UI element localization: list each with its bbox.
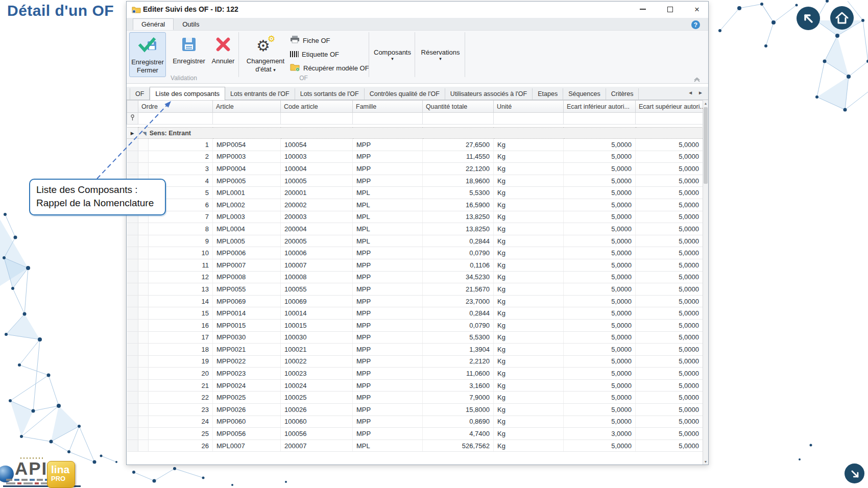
cell-ecart-sup[interactable]: 5,0000 xyxy=(636,163,703,175)
ribbon-tab[interactable]: Général xyxy=(133,18,174,30)
cell-ecart-inf[interactable]: 5,0000 xyxy=(564,259,636,271)
cell-quantite[interactable]: 0,2844 xyxy=(423,235,494,247)
state-change-button[interactable]: ⚙ ⚙ Changementd'état ▾ xyxy=(244,32,287,77)
scrollbar-thumb[interactable] xyxy=(704,107,708,184)
cell-famille[interactable]: MPP xyxy=(353,404,423,416)
cell-ecart-inf[interactable]: 5,0000 xyxy=(564,271,636,283)
cell-ordre[interactable]: 11 xyxy=(149,259,213,271)
table-row[interactable]: 12 MPP0008 100008 MPP 34,5230 Kg 5,0000 … xyxy=(127,271,703,283)
cell-ecart-sup[interactable]: 5,0000 xyxy=(636,139,703,151)
cell-unite[interactable]: Kg xyxy=(494,211,564,223)
document-tab[interactable]: Lots entrants de l'OF xyxy=(225,88,295,100)
table-row[interactable]: 1 MPP0054 100054 MPP 27,6500 Kg 5,0000 5… xyxy=(127,139,703,151)
table-row[interactable]: 20 MPP0023 100023 MPP 11,0600 Kg 5,0000 … xyxy=(127,368,703,380)
cell-ecart-inf[interactable]: 5,0000 xyxy=(564,440,636,452)
cell-article[interactable]: MPL0001 xyxy=(213,187,281,199)
cell-ecart-sup[interactable]: 5,0000 xyxy=(636,319,703,331)
cell-quantite[interactable]: 0,8690 xyxy=(423,416,494,428)
nav-home-button[interactable] xyxy=(830,6,854,30)
cell-ecart-inf[interactable]: 5,0000 xyxy=(564,355,636,368)
cell-ecart-inf[interactable]: 5,0000 xyxy=(564,319,636,331)
cell-famille[interactable]: MPP xyxy=(353,283,423,296)
cell-quantite[interactable]: 5,5300 xyxy=(423,331,494,344)
cell-quantite[interactable]: 23,7000 xyxy=(423,295,494,307)
cell-ordre[interactable]: 13 xyxy=(149,283,213,296)
cell-ecart-inf[interactable]: 5,0000 xyxy=(564,283,636,296)
cell-quantite[interactable]: 1,3904 xyxy=(423,344,494,356)
cell-famille[interactable]: MPL xyxy=(353,187,423,199)
help-button[interactable]: ? xyxy=(691,20,700,29)
filter-cell[interactable] xyxy=(423,113,494,125)
cell-article[interactable]: MPP0021 xyxy=(213,344,281,356)
cell-ecart-sup[interactable]: 5,0000 xyxy=(636,235,703,247)
cell-unite[interactable]: Kg xyxy=(494,223,564,235)
document-tab[interactable]: Contrôles qualité de l'OF xyxy=(365,88,445,100)
cell-code-article[interactable]: 100055 xyxy=(281,283,353,296)
cell-quantite[interactable]: 27,6500 xyxy=(423,139,494,151)
cell-code-article[interactable]: 100014 xyxy=(281,307,353,320)
cell-ecart-inf[interactable]: 5,0000 xyxy=(564,163,636,175)
cell-code-article[interactable]: 200005 xyxy=(281,235,353,247)
cell-ordre[interactable]: 25 xyxy=(149,428,213,440)
cell-unite[interactable]: Kg xyxy=(494,344,564,356)
cell-code-article[interactable]: 100060 xyxy=(281,416,353,428)
cell-article[interactable]: MPP0069 xyxy=(213,295,281,307)
cell-quantite[interactable]: 0,2844 xyxy=(423,307,494,320)
cell-article[interactable]: MPP0056 xyxy=(213,428,281,440)
cell-ecart-sup[interactable]: 5,0000 xyxy=(636,379,703,392)
cell-unite[interactable]: Kg xyxy=(494,404,564,416)
cell-ordre[interactable]: 23 xyxy=(149,404,213,416)
cell-ecart-sup[interactable]: 5,0000 xyxy=(636,259,703,271)
cell-ecart-sup[interactable]: 5,0000 xyxy=(636,344,703,356)
cell-ecart-sup[interactable]: 5,0000 xyxy=(636,223,703,235)
cell-article[interactable]: MPL0007 xyxy=(213,440,281,452)
cell-code-article[interactable]: 100025 xyxy=(281,392,353,404)
cell-article[interactable]: MPP0030 xyxy=(213,331,281,344)
cell-article[interactable]: MPP0025 xyxy=(213,392,281,404)
cell-ordre[interactable]: 12 xyxy=(149,271,213,283)
cell-article[interactable]: MPP0024 xyxy=(213,379,281,392)
cell-quantite[interactable]: 0,1106 xyxy=(423,259,494,271)
document-tab[interactable]: Utilisateurs associés à l'OF xyxy=(445,88,533,100)
modele-of-button[interactable]: Récupérer modèle OF xyxy=(290,62,369,74)
cell-ordre[interactable]: 24 xyxy=(149,416,213,428)
cell-code-article[interactable]: 100026 xyxy=(281,404,353,416)
cell-ordre[interactable]: 22 xyxy=(149,392,213,404)
fiche-of-button[interactable]: Fiche OF xyxy=(290,34,330,46)
cell-quantite[interactable]: 2,2120 xyxy=(423,355,494,368)
cell-unite[interactable]: Kg xyxy=(494,379,564,392)
cell-unite[interactable]: Kg xyxy=(494,307,564,320)
cell-famille[interactable]: MPL xyxy=(353,223,423,235)
cell-quantite[interactable]: 3,1600 xyxy=(423,379,494,392)
cell-ecart-inf[interactable]: 5,0000 xyxy=(564,247,636,259)
cell-code-article[interactable]: 100021 xyxy=(281,344,353,356)
cell-famille[interactable]: MPP xyxy=(353,355,423,368)
cell-famille[interactable]: MPL xyxy=(353,440,423,452)
cell-famille[interactable]: MPP xyxy=(353,428,423,440)
table-row[interactable]: 3 MPP0004 100004 MPP 22,1200 Kg 5,0000 5… xyxy=(127,163,703,175)
table-row[interactable]: 14 MPP0069 100069 MPP 23,7000 Kg 5,0000 … xyxy=(127,295,703,307)
cell-code-article[interactable]: 200003 xyxy=(281,211,353,223)
cell-unite[interactable]: Kg xyxy=(494,416,564,428)
cell-ecart-sup[interactable]: 5,0000 xyxy=(636,355,703,368)
filter-cell[interactable] xyxy=(213,113,281,125)
cell-ecart-sup[interactable]: 5,0000 xyxy=(636,440,703,452)
cell-unite[interactable]: Kg xyxy=(494,331,564,344)
cell-unite[interactable]: Kg xyxy=(494,139,564,151)
cell-unite[interactable]: Kg xyxy=(494,175,564,187)
cell-quantite[interactable]: 16,5900 xyxy=(423,199,494,211)
column-header-quantite[interactable]: Quantité totale xyxy=(423,101,494,113)
document-tab[interactable]: Critères xyxy=(606,88,639,100)
maximize-button[interactable] xyxy=(659,3,681,16)
cell-ordre[interactable]: 14 xyxy=(149,295,213,307)
table-row[interactable]: 13 MPP0055 100055 MPP 21,5670 Kg 5,0000 … xyxy=(127,283,703,296)
document-tab[interactable]: Séquences xyxy=(563,88,606,100)
ribbon-tab[interactable]: Outils xyxy=(174,18,208,30)
cell-ordre[interactable]: 18 xyxy=(149,344,213,356)
table-row[interactable]: 19 MPP0022 100022 MPP 2,2120 Kg 5,0000 5… xyxy=(127,355,703,368)
table-row[interactable]: 18 MPP0021 100021 MPP 1,3904 Kg 5,0000 5… xyxy=(127,344,703,356)
table-row[interactable]: 23 MPP0026 100026 MPP 15,8000 Kg 5,0000 … xyxy=(127,404,703,416)
filter-cell[interactable] xyxy=(636,113,703,125)
cell-code-article[interactable]: 100054 xyxy=(281,139,353,151)
cell-quantite[interactable]: 4,7400 xyxy=(423,428,494,440)
